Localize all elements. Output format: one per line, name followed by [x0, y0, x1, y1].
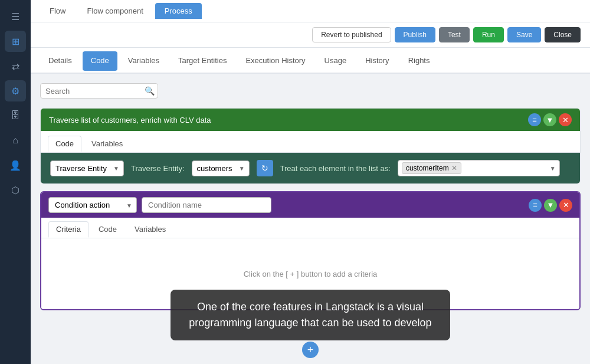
tab-process[interactable]: Process: [155, 3, 202, 19]
tag-input[interactable]: customerItem ✕ ▼: [398, 160, 560, 176]
traverse-block: Traverse list of customers, enrich with …: [40, 108, 581, 184]
tag-remove-icon[interactable]: ✕: [451, 164, 457, 172]
condition-menu-button[interactable]: ≡: [529, 199, 542, 212]
traverse-menu-button[interactable]: ≡: [528, 113, 541, 126]
save-button[interactable]: Save: [507, 27, 541, 42]
publish-button[interactable]: Publish: [395, 27, 435, 42]
condition-name-input[interactable]: [142, 197, 271, 213]
tab-execution-history[interactable]: Execution History: [237, 51, 313, 71]
treat-label: Treat each element in the list as:: [280, 164, 391, 173]
tab-target-entities[interactable]: Target Entities: [170, 51, 235, 71]
condition-header-left: Condition action: [48, 197, 524, 213]
run-button[interactable]: Run: [473, 27, 504, 42]
content-area: 🔍 Traverse list of customers, enrich wit…: [31, 74, 590, 364]
traverse-entity-select[interactable]: Traverse Entity: [50, 160, 124, 176]
condition-header: Condition action ≡ ▼ ✕: [41, 192, 579, 218]
condition-action-select[interactable]: Condition action: [48, 197, 137, 213]
top-tabs: Flow Flow component Process: [31, 0, 590, 22]
traverse-close-button[interactable]: ✕: [559, 113, 572, 126]
tab-history[interactable]: History: [357, 51, 397, 71]
condition-close-button[interactable]: ✕: [559, 199, 572, 212]
condition-inner-tabs: Criteria Code Variables: [41, 218, 579, 238]
refresh-button[interactable]: ↻: [257, 160, 273, 176]
toolbar: Revert to published Publish Test Run Sav…: [31, 22, 590, 48]
tab-flow[interactable]: Flow: [40, 3, 75, 19]
traverse-row: Traverse Entity Traverse Entity: custome…: [41, 153, 580, 183]
main-content: Flow Flow component Process Revert to pu…: [31, 0, 590, 364]
customers-select-wrapper: customers: [192, 160, 250, 176]
traverse-header-actions: ≡ ▼ ✕: [528, 113, 572, 126]
page-tabs: Details Code Variables Target Entities E…: [31, 48, 590, 74]
condition-action-select-wrapper: Condition action: [48, 197, 137, 213]
search-input[interactable]: [45, 87, 145, 96]
add-criteria-hint: Click on the [ + ] button to add a crite…: [244, 270, 378, 278]
plugin-icon[interactable]: ⬡: [5, 179, 26, 201]
menu-icon[interactable]: ☰: [5, 6, 26, 27]
user-icon[interactable]: 👤: [5, 155, 26, 176]
settings-icon[interactable]: ⚙: [5, 80, 26, 101]
condition-tab-variables[interactable]: Variables: [127, 221, 173, 238]
add-node-button[interactable]: +: [302, 342, 319, 358]
revert-button[interactable]: Revert to published: [312, 27, 391, 42]
tab-code[interactable]: Code: [83, 51, 117, 71]
tab-flow-component[interactable]: Flow component: [77, 3, 152, 19]
tag-input-arrow-icon[interactable]: ▼: [550, 165, 556, 172]
tab-usage[interactable]: Usage: [316, 51, 355, 71]
traverse-header: Traverse list of customers, enrich with …: [41, 109, 580, 131]
tag-input-field[interactable]: [461, 164, 550, 172]
search-bar: 🔍: [40, 83, 158, 99]
traverse-tab-code[interactable]: Code: [48, 136, 81, 152]
tab-details[interactable]: Details: [40, 51, 80, 71]
flow-icon[interactable]: ⇄: [5, 55, 26, 77]
condition-block: Condition action ≡ ▼ ✕ Criteria Code Var…: [40, 191, 581, 310]
traverse-inner-tabs: Code Variables: [41, 131, 580, 153]
traverse-header-title: Traverse list of customers, enrich with …: [49, 116, 211, 124]
database-icon[interactable]: 🗄: [5, 105, 26, 126]
sidebar: ☰ ⊞ ⇄ ⚙ 🗄 ⌂ 👤 ⬡: [0, 0, 31, 364]
home-icon[interactable]: ⌂: [5, 130, 26, 151]
traverse-entity-colon-label: Traverse Entity:: [131, 164, 185, 173]
search-icon: 🔍: [145, 86, 155, 96]
condition-collapse-button[interactable]: ▼: [544, 199, 557, 212]
tab-rights[interactable]: Rights: [400, 51, 438, 71]
test-button[interactable]: Test: [439, 27, 470, 42]
customer-item-tag: customerItem ✕: [402, 162, 461, 174]
tab-variables[interactable]: Variables: [120, 51, 168, 71]
condition-tab-code[interactable]: Code: [91, 221, 124, 238]
customers-select[interactable]: customers: [192, 160, 250, 176]
close-button[interactable]: Close: [545, 27, 581, 42]
traverse-collapse-button[interactable]: ▼: [543, 113, 556, 126]
traverse-tab-variables[interactable]: Variables: [84, 136, 130, 152]
condition-tab-criteria[interactable]: Criteria: [48, 221, 88, 238]
traverse-entity-select-wrapper: Traverse Entity: [50, 160, 124, 176]
grid-icon[interactable]: ⊞: [5, 31, 26, 52]
condition-header-actions: ≡ ▼ ✕: [529, 199, 572, 212]
condition-body: Click on the [ + ] button to add a crite…: [41, 238, 579, 309]
tag-value: customerItem: [406, 164, 449, 172]
